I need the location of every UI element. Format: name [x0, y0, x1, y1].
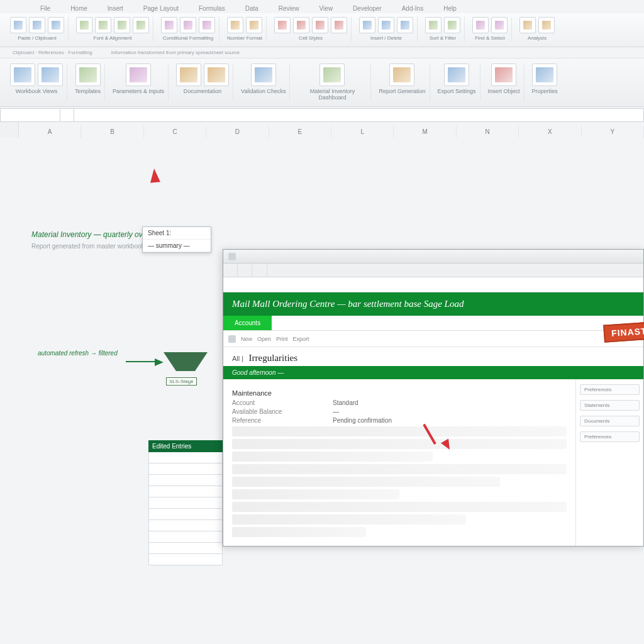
- ribbon-command-icon[interactable]: [126, 64, 151, 86]
- ribbon-command-icon[interactable]: [359, 17, 375, 33]
- ribbon-command-icon[interactable]: [444, 17, 460, 33]
- column-header[interactable]: C: [144, 126, 206, 138]
- ribbon-command-icon[interactable]: [10, 64, 35, 86]
- ribbon-command-icon[interactable]: [204, 64, 229, 86]
- formula-input[interactable]: [74, 108, 644, 122]
- overlay-main-panel: Maintenance Account Standard Available B…: [223, 379, 575, 546]
- ribbon-command-icon[interactable]: [227, 17, 243, 33]
- ribbon-command-icon[interactable]: [378, 17, 394, 33]
- ribbon-command-icon[interactable]: [76, 17, 92, 33]
- tab-pagelayout[interactable]: Page Layout: [141, 4, 181, 13]
- ribbon-command-icon[interactable]: [491, 64, 516, 86]
- ribbon-command-icon[interactable]: [519, 17, 536, 33]
- overlay-url-bar[interactable]: [223, 277, 643, 292]
- table-row[interactable]: [148, 520, 223, 531]
- column-header[interactable]: L: [331, 126, 394, 138]
- window-icon: [228, 253, 236, 260]
- ribbon-command-icon[interactable]: [444, 64, 469, 86]
- ribbon-group: Properties: [528, 64, 562, 101]
- fx-button[interactable]: [60, 108, 74, 122]
- ribbon-group: Validation Checks: [237, 64, 290, 101]
- ribbon-command-icon[interactable]: [331, 17, 347, 33]
- tab-home[interactable]: Home: [68, 4, 90, 13]
- toolbar-item[interactable]: Export: [293, 336, 309, 342]
- column-header[interactable]: X: [519, 126, 581, 138]
- ribbon-command-icon[interactable]: [176, 64, 201, 86]
- column-header[interactable]: A: [19, 126, 81, 138]
- ribbon-command-icon[interactable]: [95, 17, 111, 33]
- ribbon-command-icon[interactable]: [133, 17, 149, 33]
- dropdown-option[interactable]: — summary —: [143, 240, 211, 252]
- overlay-titlebar[interactable]: [223, 250, 643, 264]
- side-item[interactable]: Statements: [580, 400, 640, 411]
- column-header[interactable]: D: [206, 126, 269, 138]
- ribbon-group: Export Settings: [434, 64, 480, 101]
- toolbar-item[interactable]: New: [241, 336, 252, 342]
- ribbon-command-icon[interactable]: [312, 17, 328, 33]
- table-row[interactable]: [148, 464, 223, 475]
- ribbon-command-icon[interactable]: [38, 64, 63, 86]
- status-stamp: FINAST: [604, 321, 644, 343]
- ribbon-command-icon[interactable]: [532, 64, 557, 86]
- column-header[interactable]: E: [269, 126, 331, 138]
- ribbon-secondary: Workbook ViewsTemplatesParameters & Inpu…: [0, 58, 644, 107]
- toolbar-item[interactable]: Open: [257, 336, 271, 342]
- ribbon-command-icon[interactable]: [472, 17, 489, 33]
- ribbon-command-icon[interactable]: [29, 17, 45, 33]
- ribbon-command-icon[interactable]: [293, 17, 309, 33]
- table-row[interactable]: [148, 509, 223, 520]
- dropdown-option[interactable]: Sheet 1:: [143, 227, 211, 240]
- browser-tab[interactable]: [223, 264, 238, 277]
- column-header[interactable]: Y: [582, 126, 644, 138]
- table-row[interactable]: [148, 497, 223, 509]
- ribbon-command-icon[interactable]: [161, 17, 177, 33]
- tab-developer[interactable]: Developer: [350, 4, 384, 13]
- ribbon-command-icon[interactable]: [491, 17, 508, 33]
- ribbon-group: Font & Alignment: [72, 17, 153, 42]
- toolbar-item[interactable]: Print: [276, 336, 288, 342]
- toolbar-icon[interactable]: [228, 335, 236, 343]
- column-header[interactable]: M: [394, 126, 456, 138]
- table-row[interactable]: [148, 554, 223, 565]
- tab-insert[interactable]: Insert: [105, 4, 126, 13]
- ribbon-command-icon[interactable]: [319, 64, 345, 86]
- browser-tab[interactable]: [238, 264, 252, 277]
- tab-help[interactable]: Help: [441, 4, 459, 13]
- tab-file[interactable]: File: [38, 4, 53, 13]
- ribbon-group-label: Material Inventory Dashboard: [297, 89, 367, 101]
- side-item[interactable]: Documents: [580, 416, 640, 426]
- ribbon-command-icon[interactable]: [425, 17, 441, 33]
- ribbon-command-icon[interactable]: [48, 17, 64, 33]
- table-row[interactable]: [148, 452, 223, 464]
- tab-addins[interactable]: Add-Ins: [399, 4, 426, 13]
- ribbon-command-icon[interactable]: [538, 17, 555, 33]
- ribbon-command-icon[interactable]: [114, 17, 130, 33]
- column-header[interactable]: N: [457, 126, 519, 138]
- ribbon-group: Number Format: [223, 17, 267, 42]
- ribbon-command-icon[interactable]: [180, 17, 196, 33]
- name-box-input[interactable]: [0, 108, 60, 122]
- table-row[interactable]: [148, 531, 223, 543]
- sheet-dropdown[interactable]: Sheet 1: — summary —: [142, 226, 211, 253]
- table-row[interactable]: [148, 486, 223, 497]
- select-all-corner[interactable]: [0, 122, 19, 138]
- table-row[interactable]: [148, 475, 223, 486]
- tab-review[interactable]: Review: [276, 4, 302, 13]
- side-item[interactable]: Preferences: [580, 431, 640, 442]
- side-item[interactable]: Preferences: [580, 384, 640, 395]
- ribbon-command-icon[interactable]: [251, 64, 276, 86]
- tab-formulas[interactable]: Formulas: [196, 4, 228, 13]
- ribbon-command-icon[interactable]: [75, 64, 101, 86]
- tab-data[interactable]: Data: [243, 4, 261, 13]
- column-header[interactable]: B: [81, 126, 143, 138]
- overlay-active-tab[interactable]: Accounts: [223, 316, 272, 330]
- ribbon-command-icon[interactable]: [10, 17, 26, 33]
- ribbon-command-icon[interactable]: [389, 64, 414, 86]
- ribbon-command-icon[interactable]: [199, 17, 215, 33]
- ribbon-command-icon[interactable]: [274, 17, 291, 33]
- tab-view[interactable]: View: [317, 4, 336, 13]
- browser-tab[interactable]: [252, 264, 267, 277]
- ribbon-command-icon[interactable]: [397, 17, 413, 33]
- ribbon-command-icon[interactable]: [246, 17, 262, 33]
- table-row[interactable]: [148, 543, 223, 554]
